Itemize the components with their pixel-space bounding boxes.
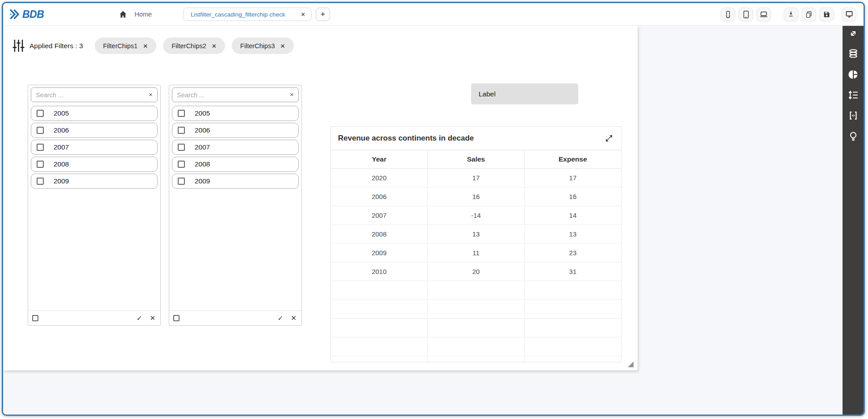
chip-remove-icon[interactable]: ✕ (212, 42, 217, 50)
list-filter-option[interactable]: 2007 (31, 140, 158, 155)
desktop-preview-group (842, 8, 856, 21)
table-row: 20102031 (331, 262, 621, 281)
checkbox[interactable] (37, 178, 44, 185)
top-toolbar: BDB Home Listfilter_cascading_filterchip… (3, 3, 864, 26)
checkbox[interactable] (178, 178, 185, 185)
app-window: BDB Home Listfilter_cascading_filterchip… (2, 2, 865, 416)
new-tab-button[interactable]: + (316, 8, 330, 21)
table-row-empty (331, 319, 621, 337)
data-source-button[interactable] (847, 48, 860, 60)
table-cell-empty (428, 356, 525, 363)
chip-remove-icon[interactable]: ✕ (280, 42, 285, 50)
expand-icon (847, 28, 859, 39)
checkbox[interactable] (178, 127, 185, 134)
bdb-logo: BDB (9, 8, 44, 21)
table-cell: 2008 (331, 225, 428, 244)
search-input[interactable] (172, 91, 285, 99)
select-all-checkbox[interactable] (173, 315, 179, 321)
search-clear-icon[interactable]: ✕ (285, 92, 298, 98)
canvas-resize-handle[interactable] (628, 361, 634, 367)
bulb-icon (847, 130, 859, 142)
checkbox[interactable] (178, 161, 185, 168)
list-filter-option[interactable]: 2008 (172, 157, 299, 172)
list-filter-footer: ✓ ✕ (28, 311, 160, 325)
table-cell-empty (524, 337, 621, 356)
list-filter-option[interactable]: 2006 (31, 123, 158, 138)
list-filter-option[interactable]: 2008 (31, 157, 158, 172)
search-clear-icon[interactable]: ✕ (144, 92, 157, 98)
checkbox[interactable] (37, 161, 44, 168)
table-title: Revenue across continents in decade (338, 134, 474, 143)
table-row: 20091123 (331, 244, 621, 262)
table-cell: 2009 (331, 244, 428, 262)
mobile-preview-button[interactable] (721, 8, 735, 21)
table-cell-empty (331, 319, 428, 337)
filter-chip-label: FilterChips3 (240, 42, 275, 50)
list-filter-option[interactable]: 2005 (31, 106, 158, 121)
desktop-preview-icon (845, 10, 854, 19)
table-cell-empty (524, 281, 621, 300)
fullscreen-button[interactable] (847, 27, 860, 40)
table-cell: -14 (428, 206, 525, 225)
filter-chip-label: FilterChips2 (171, 42, 206, 50)
desktop-preview-button[interactable] (842, 8, 856, 21)
table-cell: 2020 (331, 169, 428, 187)
checkbox[interactable] (178, 110, 185, 117)
logo-chevron-icon (9, 8, 21, 21)
pie-chart-icon (847, 69, 859, 80)
tab-close-icon[interactable]: ✕ (297, 11, 305, 18)
table-cell-empty (331, 281, 428, 300)
dashboard-tab[interactable]: Listfilter_cascading_filterchip check ✕ (183, 8, 312, 21)
checkbox[interactable] (178, 144, 185, 151)
label-widget: Label (471, 83, 578, 104)
table-cell-empty (428, 300, 525, 319)
tablet-preview-button[interactable] (739, 8, 753, 21)
chip-remove-icon[interactable]: ✕ (143, 42, 148, 50)
table-cell: 20 (428, 262, 525, 281)
copy-button[interactable] (801, 8, 816, 21)
charts-button[interactable] (847, 68, 860, 81)
home-button[interactable]: Home (118, 10, 152, 19)
select-all-checkbox[interactable] (32, 315, 38, 321)
option-label: 2008 (195, 160, 210, 168)
insights-button[interactable] (847, 130, 860, 142)
line-height-button[interactable] (847, 89, 860, 101)
search-input[interactable] (31, 91, 144, 99)
filter-sliders-icon (13, 38, 25, 53)
list-filter-option[interactable]: 2006 (172, 123, 299, 138)
clear-filter-icon[interactable]: ✕ (150, 314, 155, 322)
filter-chip[interactable]: FilterChips2 ✕ (163, 37, 225, 54)
list-filter-option[interactable]: 2005 (172, 106, 299, 121)
download-button[interactable] (784, 8, 798, 21)
code-icon (847, 110, 859, 121)
table-expand-button[interactable] (605, 134, 613, 143)
checkbox[interactable] (37, 127, 44, 134)
database-icon (847, 48, 859, 60)
checkbox[interactable] (37, 110, 44, 117)
right-sidebar (843, 26, 864, 415)
clear-filter-icon[interactable]: ✕ (291, 314, 296, 322)
table-cell-empty (524, 356, 621, 363)
filter-chip[interactable]: FilterChips1 ✕ (95, 37, 157, 54)
list-filter-footer: ✓ ✕ (169, 311, 301, 325)
apply-filter-icon[interactable]: ✓ (137, 314, 142, 322)
list-filter-option[interactable]: 2009 (31, 174, 158, 189)
save-button[interactable] (819, 8, 834, 21)
table-cell: 2007 (331, 206, 428, 225)
laptop-preview-button[interactable] (756, 8, 771, 21)
tablet-preview-icon (742, 10, 751, 19)
table-cell-empty (331, 356, 428, 363)
apply-filter-icon[interactable]: ✓ (278, 314, 284, 322)
revenue-table-widget: Revenue across continents in decade Year… (330, 126, 622, 362)
filter-chip[interactable]: FilterChips3 ✕ (232, 37, 294, 54)
list-filter-option[interactable]: 2009 (172, 174, 299, 189)
copy-icon (805, 10, 813, 19)
checkbox[interactable] (37, 144, 44, 151)
list-filter-option[interactable]: 2007 (172, 140, 299, 155)
applied-filters-label: Applied Filters : 3 (29, 42, 83, 50)
list-filter-search: ✕ (31, 87, 158, 102)
line-height-icon (847, 89, 859, 101)
option-label: 2005 (195, 109, 210, 117)
table-row-empty (331, 356, 621, 363)
dev-mode-button[interactable] (847, 109, 860, 122)
